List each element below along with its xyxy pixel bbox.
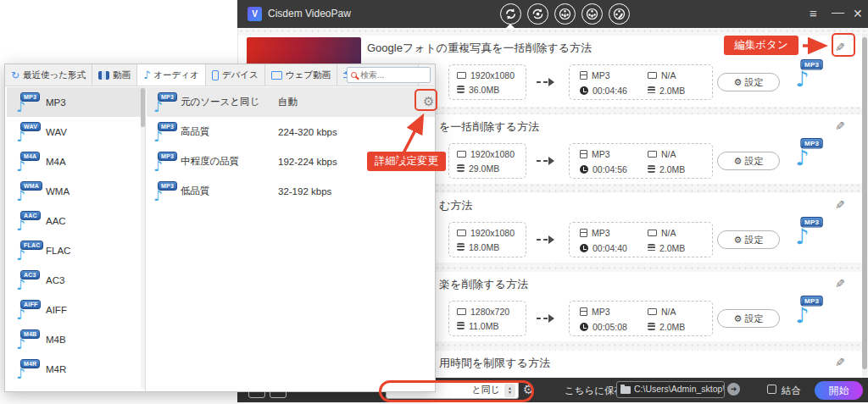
edit-pencil-icon[interactable]: ✎ — [835, 356, 845, 369]
quality-low[interactable]: ♪MP3 低品質 32-192 kbps — [147, 176, 435, 206]
edit-pencil-icon[interactable]: ✎ — [835, 277, 845, 291]
convert-arrow-icon — [537, 235, 554, 244]
format-item-mp3[interactable]: ♪MP3MP3 — [7, 87, 145, 117]
app-title: Cisdem VideoPaw — [268, 8, 351, 19]
scrollbar-thumb[interactable] — [862, 37, 867, 369]
merge-checkbox[interactable] — [767, 385, 776, 394]
format-item-m4b[interactable]: ♪M4BM4B — [7, 324, 145, 354]
save-to-label: こちらに保存 — [565, 385, 624, 397]
tab-audio[interactable]: ♪オーディオ — [137, 64, 206, 86]
start-button[interactable]: 開始 — [815, 381, 863, 400]
resolution-icon — [457, 72, 466, 79]
source-info-box: 1920x1080 29.0MB — [448, 143, 526, 179]
rip-mode-icon[interactable] — [527, 3, 548, 25]
duration-icon — [580, 86, 588, 95]
menu-icon[interactable]: ≡ — [810, 7, 817, 20]
edit-pencil-icon[interactable]: ✎ — [835, 119, 845, 133]
settings-button[interactable]: ⚙設定 — [717, 152, 780, 170]
minimize-icon[interactable]: — — [832, 5, 844, 19]
format-list: ♪MP3MP3 ♪WAVWAV ♪M4AM4A ♪WMAWMA ♪AACAAC … — [7, 87, 146, 391]
task-title: 楽を削除する方法 — [439, 277, 528, 292]
target-info-box: MP3 00:04:46 N/A 2.0MB — [569, 64, 713, 100]
folder-icon — [620, 386, 631, 394]
browse-path-button[interactable]: ➜ — [727, 383, 740, 396]
format-search[interactable] — [347, 67, 431, 83]
quality-same-as-source[interactable]: ♪MP3 元のソースと同じ 自動 ⚙ — [147, 87, 435, 117]
phone-icon — [212, 70, 219, 80]
filesize-icon — [457, 86, 465, 93]
save-path-field[interactable]: C:\Users\Admin_sktop\新しいフォルダー — [616, 381, 725, 398]
quality-list: ♪MP3 元のソースと同じ 自動 ⚙ ♪MP3 高品質 224-320 kbps… — [147, 87, 435, 391]
task-title: む方法 — [439, 198, 472, 213]
target-info-box: MP3 00:04:40 N/A 2.0MB — [569, 222, 713, 257]
format-item-flac[interactable]: ♪FLACFLAC — [7, 235, 145, 265]
title-bar: V Cisdem VideoPaw ≡ — ✕ — [237, 0, 868, 28]
tab-web-video[interactable]: ウェブ動画 — [265, 64, 337, 86]
app-logo-icon: V — [248, 7, 262, 21]
active-mode-notch — [505, 24, 515, 29]
annotation-dropdown-box — [379, 380, 534, 402]
target-info-box: MP3 00:04:56 N/A 2.0MB — [569, 143, 713, 179]
convert-arrow-icon — [537, 78, 554, 86]
download-video-icon[interactable] — [554, 3, 576, 25]
settings-button[interactable]: ⚙設定 — [717, 73, 780, 91]
scrollbar-thumb[interactable] — [141, 88, 145, 127]
quality-high[interactable]: ♪MP3 高品質 224-320 kbps — [147, 117, 435, 147]
settings-button[interactable]: ⚙設定 — [717, 230, 780, 249]
tab-video[interactable]: 動画 — [92, 64, 137, 86]
edit-video-icon[interactable] — [609, 3, 630, 25]
source-info-box: 1920x1080 36.0MB — [448, 64, 526, 100]
source-info-box: 1280x720 11.0MB — [448, 301, 526, 336]
annotation-edit-pencil-box — [832, 33, 855, 57]
convert-arrow-icon — [537, 314, 554, 323]
annotation-advanced-settings-label: 詳細設定変更 — [367, 152, 446, 171]
resolution-icon — [648, 72, 657, 79]
format-scrollbar[interactable] — [141, 88, 145, 389]
gear-icon: ⚙ — [734, 77, 743, 88]
output-format-icon: ♪MP3 — [796, 296, 827, 323]
settings-button[interactable]: ⚙設定 — [717, 309, 780, 328]
target-duration: 00:04:46 — [593, 86, 627, 96]
task-title: 用時間を制限する方法 — [439, 356, 550, 371]
output-format-icon: ♪MP3 — [796, 138, 827, 165]
edit-pencil-icon[interactable]: ✎ — [835, 198, 845, 212]
target-size: 2.0MB — [659, 86, 685, 96]
format-item-aiff[interactable]: ♪AIFFAIFF — [7, 295, 145, 324]
task-title: を一括削除する方法 — [439, 119, 539, 135]
convert-arrow-icon — [537, 157, 554, 165]
target-resolution: N/A — [661, 70, 676, 80]
format-item-ac3[interactable]: ♪AC3AC3 — [7, 265, 145, 295]
search-input[interactable] — [360, 70, 420, 80]
format-icon — [580, 71, 587, 80]
filesize-icon — [648, 86, 655, 94]
format-item-m4a[interactable]: ♪M4AM4A — [7, 147, 145, 176]
close-icon[interactable]: ✕ — [853, 7, 863, 20]
source-info-box: 1920x1080 18.0MB — [448, 222, 526, 257]
tab-device[interactable]: デバイス — [206, 64, 265, 86]
format-item-aac[interactable]: ♪AACAAC — [7, 206, 145, 235]
source-resolution: 1920x1080 — [470, 70, 515, 80]
scrollbar[interactable] — [862, 34, 867, 377]
search-icon — [351, 72, 357, 78]
music-note-icon: ♪ — [143, 70, 150, 80]
tab-recent-formats[interactable]: ↻最近使った形式 — [5, 64, 92, 86]
annotation-edit-button-label: 編集ボタン — [724, 36, 798, 55]
format-selector-panel: ↻最近使った形式 動画 ♪オーディオ デバイス ウェブ動画 カスタマイズ ♪MP… — [4, 64, 436, 392]
target-format: MP3 — [592, 70, 610, 80]
format-item-wav[interactable]: ♪WAVWAV — [7, 117, 145, 147]
annotation-gear-box — [415, 89, 437, 111]
save-path: C:\Users\Admin_sktop\新しいフォルダー — [634, 384, 725, 396]
target-info-box: MP3 00:05:08 N/A 2.0MB — [569, 301, 713, 336]
merge-label: 結合 — [782, 385, 801, 397]
format-item-wma[interactable]: ♪WMAWMA — [7, 176, 145, 206]
convert-mode-icon[interactable] — [500, 3, 521, 25]
monitor-icon — [271, 71, 282, 80]
format-item-m4r[interactable]: ♪M4RM4R — [7, 354, 145, 384]
film-icon — [98, 71, 109, 80]
task-title: Googleフォトの重複写真を一括削除する方法 — [367, 41, 592, 56]
add-video-icon[interactable] — [581, 3, 603, 25]
source-size: 36.0MB — [469, 85, 499, 95]
recent-icon: ↻ — [11, 70, 19, 80]
output-format-icon: ♪MP3 — [796, 59, 827, 86]
output-format-icon: ♪MP3 — [796, 217, 827, 244]
